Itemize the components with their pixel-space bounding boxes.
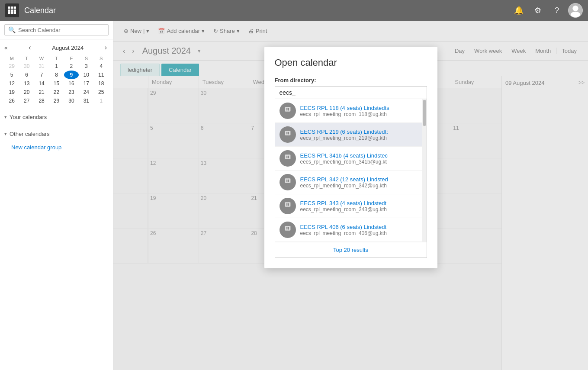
list-item-info: EECS RPL 118 (4 seats) Lindstedtseecs_rp… bbox=[300, 105, 389, 117]
mini-cal-day[interactable]: 11 bbox=[94, 71, 109, 79]
dropdown-results: EECS RPL 118 (4 seats) Lindstedtseecs_rp… bbox=[275, 99, 427, 258]
mini-cal-prev-btn[interactable]: ‹ bbox=[27, 43, 32, 52]
svg-rect-0 bbox=[8, 6, 10, 9]
mini-cal-day[interactable]: 16 bbox=[64, 79, 79, 88]
mini-cal-day[interactable]: 6 bbox=[19, 71, 34, 79]
scrollbar[interactable] bbox=[422, 99, 427, 242]
new-calendar-group-link[interactable]: New calendar group bbox=[0, 142, 113, 154]
svg-rect-15 bbox=[286, 132, 287, 135]
dropdown-footer[interactable]: Top 20 results bbox=[275, 242, 427, 257]
list-item[interactable]: EECS RPL 343 (4 seats) Lindstedteecs_rpl… bbox=[275, 194, 422, 218]
help-button[interactable]: ? bbox=[549, 3, 565, 18]
mini-cal-collapse-btn[interactable]: « bbox=[4, 44, 8, 51]
mini-cal-day[interactable]: 7 bbox=[34, 71, 49, 79]
mini-cal-day[interactable]: 10 bbox=[79, 71, 93, 79]
mini-cal-day[interactable]: 27 bbox=[19, 97, 34, 105]
main-layout: 🔍 « ‹ August 2024 › MTWTFSS 293031123456… bbox=[0, 21, 588, 370]
mini-cal-day[interactable]: 15 bbox=[49, 79, 64, 88]
mini-cal-day[interactable]: 4 bbox=[94, 62, 109, 71]
svg-rect-19 bbox=[288, 156, 289, 158]
app-grid-icon[interactable] bbox=[5, 3, 19, 17]
mini-cal-day[interactable]: 19 bbox=[4, 88, 19, 97]
list-item-email: eecs_rpl_meeting_room_118@ug.kth bbox=[300, 111, 389, 117]
modal-search-input[interactable] bbox=[275, 86, 427, 99]
mini-cal-day[interactable]: 1 bbox=[49, 62, 64, 71]
mini-cal-day[interactable]: 9 bbox=[64, 71, 79, 79]
svg-rect-3 bbox=[8, 10, 10, 12]
svg-rect-7 bbox=[11, 12, 13, 14]
list-item-name: EECS RPL 342 (12 seats) Lindsted bbox=[300, 176, 388, 183]
mini-cal-day[interactable]: 20 bbox=[19, 88, 34, 97]
modal-overlay: Open calendar From directory: EECS RPL 1… bbox=[113, 21, 588, 370]
search-input-wrap[interactable]: 🔍 bbox=[4, 24, 109, 35]
search-icon: 🔍 bbox=[8, 26, 16, 33]
mini-calendar: « ‹ August 2024 › MTWTFSS 29303112345678… bbox=[0, 39, 113, 109]
mini-cal-day[interactable]: 30 bbox=[64, 97, 79, 105]
other-calendars-label: Other calendars bbox=[10, 131, 50, 137]
list-item-email: eecs_rpl_meeting_room_341b@ug.kt bbox=[300, 159, 388, 165]
svg-rect-1 bbox=[11, 6, 13, 9]
notification-button[interactable]: 🔔 bbox=[511, 3, 527, 18]
mini-cal-day[interactable]: 29 bbox=[49, 97, 64, 105]
list-item[interactable]: EECS RPL 341b (4 seats) Lindsteceecs_rpl… bbox=[275, 147, 422, 171]
mini-cal-day[interactable]: 5 bbox=[4, 71, 19, 79]
svg-rect-4 bbox=[11, 10, 13, 12]
mini-cal-day[interactable]: 24 bbox=[79, 88, 93, 97]
list-item-info: EECS RPL 406 (6 seats) Lindstedteecs_rpl… bbox=[300, 224, 387, 236]
your-calendars-header[interactable]: ▾ Your calendars bbox=[4, 112, 109, 122]
list-item[interactable]: EECS RPL 342 (12 seats) Lindstedeecs_rpl… bbox=[275, 171, 422, 194]
avatar[interactable] bbox=[568, 3, 583, 18]
list-item-info: EECS RPL 343 (4 seats) Lindstedteecs_rpl… bbox=[300, 200, 387, 212]
mini-cal-day[interactable]: 13 bbox=[19, 79, 34, 88]
other-calendars-header[interactable]: ▾ Other calendars bbox=[4, 129, 109, 139]
svg-rect-12 bbox=[286, 108, 287, 111]
mini-cal-day[interactable]: 2 bbox=[64, 62, 79, 71]
search-input[interactable] bbox=[18, 27, 105, 33]
modal-from-directory-label: From directory: bbox=[275, 77, 427, 84]
settings-button[interactable]: ⚙ bbox=[530, 3, 546, 18]
avatar bbox=[280, 222, 296, 238]
list-item[interactable]: EECS RPL 118 (4 seats) Lindstedtseecs_rp… bbox=[275, 99, 422, 123]
open-calendar-modal: Open calendar From directory: EECS RPL 1… bbox=[264, 47, 437, 268]
mini-cal-day[interactable]: 17 bbox=[79, 79, 93, 88]
mini-cal-day[interactable]: 18 bbox=[94, 79, 109, 88]
list-item-name: EECS RPL 118 (4 seats) Lindstedts bbox=[300, 105, 389, 111]
svg-rect-18 bbox=[286, 156, 287, 158]
svg-rect-23 bbox=[285, 202, 290, 206]
your-calendars-label: Your calendars bbox=[10, 114, 47, 120]
mini-cal-day[interactable]: 23 bbox=[64, 88, 79, 97]
avatar bbox=[280, 198, 296, 214]
mini-cal-next-btn[interactable]: › bbox=[103, 43, 109, 52]
mini-cal-day[interactable]: 12 bbox=[4, 79, 19, 88]
mini-cal-day[interactable]: 8 bbox=[49, 71, 64, 79]
mini-cal-day[interactable]: 29 bbox=[4, 62, 19, 71]
svg-rect-20 bbox=[285, 178, 290, 183]
mini-cal-day[interactable]: 14 bbox=[34, 79, 49, 88]
mini-cal-title: August 2024 bbox=[52, 45, 84, 51]
list-item-info: EECS RPL 341b (4 seats) Lindsteceecs_rpl… bbox=[300, 152, 388, 165]
avatar bbox=[280, 150, 296, 167]
avatar bbox=[280, 103, 296, 119]
list-item-info: EECS RPL 219 (6 seats) Lindstedt:eecs_rp… bbox=[300, 129, 388, 141]
your-calendars-arrow: ▾ bbox=[4, 114, 7, 120]
your-calendars-section: ▾ Your calendars bbox=[0, 109, 113, 125]
svg-point-9 bbox=[572, 6, 578, 11]
avatar bbox=[280, 126, 296, 143]
mini-cal-day[interactable]: 30 bbox=[19, 62, 34, 71]
list-item[interactable]: EECS RPL 406 (6 seats) Lindstedteecs_rpl… bbox=[275, 218, 422, 242]
mini-cal-day[interactable]: 31 bbox=[34, 62, 49, 71]
mini-cal-day[interactable]: 31 bbox=[79, 97, 93, 105]
svg-rect-26 bbox=[285, 226, 290, 230]
avatar bbox=[280, 174, 296, 190]
mini-cal-day[interactable]: 28 bbox=[34, 97, 49, 105]
svg-rect-21 bbox=[286, 180, 287, 182]
sidebar: 🔍 « ‹ August 2024 › MTWTFSS 293031123456… bbox=[0, 21, 113, 370]
topbar-icons: 🔔 ⚙ ? bbox=[511, 3, 583, 18]
list-item[interactable]: EECS RPL 219 (6 seats) Lindstedt:eecs_rp… bbox=[275, 123, 422, 147]
mini-cal-day[interactable]: 26 bbox=[4, 97, 19, 105]
mini-cal-day[interactable]: 22 bbox=[49, 88, 64, 97]
mini-cal-day[interactable]: 3 bbox=[79, 62, 93, 71]
mini-cal-day[interactable]: 25 bbox=[94, 88, 109, 97]
mini-cal-day[interactable]: 21 bbox=[34, 88, 49, 97]
mini-cal-day[interactable]: 1 bbox=[94, 97, 109, 105]
